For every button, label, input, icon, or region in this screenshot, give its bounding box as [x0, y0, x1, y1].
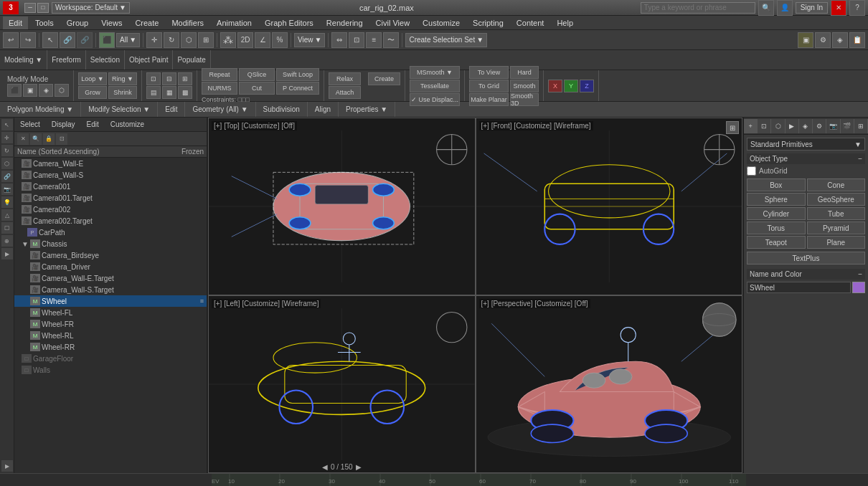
- btn-teapot[interactable]: Teapot: [747, 236, 806, 249]
- side-icon-space[interactable]: ⊕: [1, 235, 13, 247]
- cut-btn[interactable]: Cut: [239, 82, 275, 95]
- sel-icon-2[interactable]: ⊟: [162, 72, 176, 85]
- render-button[interactable]: ▣: [798, 32, 813, 48]
- timeline-ruler[interactable]: EV 10 20 30 40 50 60 70 80 90 100 110: [0, 473, 868, 486]
- list-item[interactable]: 🎥 Camera_Driver: [14, 261, 207, 272]
- menu-modifiers[interactable]: Modifiers: [166, 16, 209, 29]
- menu-graph-editors[interactable]: Graph Editors: [259, 16, 319, 29]
- rpanel-tab-hierarchy[interactable]: ⬡: [771, 119, 785, 133]
- sel-icon-4[interactable]: ▤: [146, 86, 161, 99]
- btn-pyramid[interactable]: Pyramid: [807, 221, 866, 234]
- help-icon[interactable]: 👤: [777, 0, 793, 16]
- list-item[interactable]: 🎥 Camera001: [14, 181, 207, 192]
- menu-group[interactable]: Group: [61, 16, 95, 29]
- section-edit[interactable]: Edit: [158, 102, 185, 117]
- menu-scripting[interactable]: Scripting: [467, 16, 509, 29]
- viewport-left[interactable]: [+] [Left] [Customize] [Wireframe]: [208, 295, 476, 473]
- grow-btn[interactable]: Grow: [78, 86, 107, 99]
- list-item[interactable]: 🎥 Camera_Wall-S.Target: [14, 284, 207, 295]
- list-item[interactable]: 🎥 Camera_Wall-E: [14, 158, 207, 169]
- z-axis-btn[interactable]: Z: [580, 80, 594, 92]
- list-item[interactable]: 🎥 Camera002: [14, 204, 207, 215]
- color-swatch[interactable]: [852, 282, 865, 293]
- redo-button[interactable]: ↪: [20, 32, 36, 48]
- list-item[interactable]: ▼ M Chassis: [14, 238, 207, 249]
- autogrid-checkbox[interactable]: [747, 166, 756, 176]
- view-dropdown[interactable]: View▼: [294, 33, 325, 47]
- scale-button[interactable]: ⬡: [181, 32, 197, 48]
- layer-button[interactable]: ≡: [366, 32, 382, 48]
- side-icon-rotate[interactable]: ↻: [1, 145, 13, 156]
- menu-tools[interactable]: Tools: [29, 16, 60, 29]
- btn-torus[interactable]: Torus: [747, 221, 806, 234]
- viewport-top[interactable]: [+] [Top] [Customize] [Off]: [208, 118, 476, 295]
- scene-tool-4[interactable]: ⊡: [56, 133, 67, 145]
- selection-set-dropdown[interactable]: Create Selection Set▼: [405, 33, 487, 47]
- list-item[interactable]: □ GarageFloor: [14, 353, 207, 364]
- select-button[interactable]: ↖: [42, 32, 58, 48]
- search-input[interactable]: [644, 4, 752, 11]
- swift-loop-btn[interactable]: Swift Loop: [276, 68, 319, 81]
- prev-frame-btn[interactable]: ◀: [322, 463, 328, 471]
- rpanel-tab-extra-1[interactable]: 📷: [826, 119, 840, 133]
- search-box[interactable]: [641, 2, 755, 14]
- btn-textplus[interactable]: TextPlus: [747, 252, 865, 265]
- name-color-header[interactable]: Name and Color −: [747, 269, 865, 280]
- list-item[interactable]: 🎥 Camera_Wall-E.Target: [14, 272, 207, 284]
- list-item[interactable]: M Wheel-RR: [14, 341, 207, 353]
- list-item[interactable]: □ Walls: [14, 364, 207, 376]
- btn-geosphere[interactable]: GeoSphere: [807, 193, 866, 206]
- btn-plane[interactable]: Plane: [807, 236, 866, 249]
- menu-customize[interactable]: Customize: [417, 16, 466, 29]
- sel-icon-3[interactable]: ⊞: [178, 72, 192, 85]
- tab-modeling[interactable]: Modeling ▼: [0, 50, 47, 70]
- side-icon-helper[interactable]: ☐: [1, 222, 13, 234]
- select-filter-button[interactable]: ⬛: [99, 32, 115, 48]
- scene-menu-display[interactable]: Display: [49, 120, 78, 129]
- rpanel-tab-motion[interactable]: ▶: [786, 119, 799, 133]
- scene-tool-3[interactable]: 🔒: [43, 133, 55, 145]
- search-button[interactable]: 🔍: [758, 0, 774, 16]
- viewport-front-menu[interactable]: ⊞: [726, 121, 739, 134]
- workspace-selector[interactable]: Workspace: Default ▼: [52, 2, 130, 14]
- tab-freeform[interactable]: Freeform: [47, 50, 86, 70]
- side-icon-geo[interactable]: △: [1, 209, 13, 221]
- list-item[interactable]: 🎥 Camera002.Target: [14, 215, 207, 227]
- menu-rendering[interactable]: Rendering: [321, 16, 369, 29]
- side-icon-light[interactable]: 💡: [1, 196, 13, 208]
- menu-animation[interactable]: Animation: [211, 16, 258, 29]
- viewport-perspective[interactable]: [+] [Perspective] [Customize] [Off]: [476, 295, 743, 473]
- rpanel-tab-extra-2[interactable]: 🎬: [841, 119, 854, 133]
- btn-cylinder[interactable]: Cylinder: [747, 207, 806, 220]
- side-icon-camera[interactable]: 📷: [1, 184, 13, 195]
- sel-icon-5[interactable]: ▦: [162, 86, 176, 99]
- to-grid-btn[interactable]: To Grid: [469, 80, 509, 92]
- tab-selection[interactable]: Selection: [86, 50, 125, 70]
- scene-menu-edit[interactable]: Edit: [84, 120, 102, 129]
- p-connect-btn[interactable]: P Connect: [276, 82, 319, 95]
- win-maximize[interactable]: □: [37, 3, 49, 13]
- scene-menu-customize[interactable]: Customize: [108, 120, 147, 129]
- rpanel-tab-create[interactable]: +: [744, 119, 758, 133]
- unlink-button[interactable]: 🔗: [77, 32, 93, 48]
- rpanel-tab-utilities[interactable]: ⚙: [813, 119, 826, 133]
- smooth-btn[interactable]: Smooth: [510, 80, 539, 92]
- section-properties[interactable]: Properties ▼: [339, 102, 395, 117]
- section-align[interactable]: Align: [308, 102, 339, 117]
- viewport-front[interactable]: [+] [Front] [Customize] [Wireframe]: [476, 118, 743, 295]
- loop-btn[interactable]: Loop ▼: [78, 72, 107, 85]
- list-item[interactable]: M Wheel-FL: [14, 307, 207, 318]
- tab-populate[interactable]: Populate: [173, 50, 210, 70]
- next-frame-btn[interactable]: ▶: [356, 463, 362, 471]
- hard-btn[interactable]: Hard: [510, 66, 539, 79]
- list-item[interactable]: M Wheel-RL: [14, 330, 207, 341]
- modify-btn-2[interactable]: ▣: [23, 84, 37, 97]
- scene-menu-select[interactable]: Select: [17, 120, 43, 129]
- mirror-button[interactable]: ⇔: [331, 32, 347, 48]
- menu-create[interactable]: Create: [129, 16, 164, 29]
- list-item[interactable]: P CarPath: [14, 227, 207, 238]
- side-icon-anim[interactable]: ▶: [1, 248, 13, 259]
- menu-views[interactable]: Views: [95, 16, 128, 29]
- side-icon-select[interactable]: ↖: [1, 119, 13, 130]
- primitives-dropdown[interactable]: Standard Primitives ▼: [747, 138, 865, 151]
